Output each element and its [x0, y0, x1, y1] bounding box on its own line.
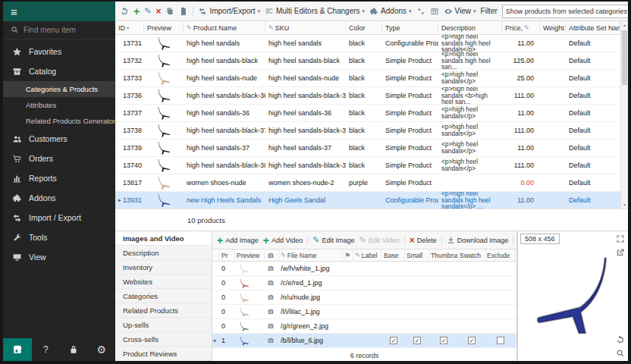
product-row[interactable]: 13732high heel sandals-blackhigh heel sa… [115, 52, 620, 70]
menu-search-input[interactable] [24, 26, 102, 34]
column-header-image-preview[interactable]: Preview [235, 249, 265, 261]
tab-websites[interactable]: Websites [115, 275, 212, 289]
cell-priority: 0 [220, 305, 235, 318]
sidebar-item-categories-products[interactable]: Categories & Products [3, 81, 115, 97]
scrollbar-thumb[interactable] [622, 30, 627, 85]
image-row[interactable]: 0/w/h/white_1.jpg [212, 262, 516, 276]
column-header-label[interactable]: ✎Label [353, 249, 382, 261]
tab-related-products[interactable]: Related Products [115, 303, 212, 318]
sidebar-item-orders[interactable]: Orders [3, 149, 115, 168]
image-row[interactable]: 0/c/e/red_1.jpg [212, 276, 516, 290]
duplicate-button[interactable] [179, 7, 188, 16]
copy-button[interactable] [165, 7, 174, 16]
import-export-menu[interactable]: Import/Export ▾ [198, 7, 260, 16]
column-header-sku[interactable]: ✎SKU [265, 21, 346, 34]
filter-select[interactable]: Show products from selected categories ▾ [502, 5, 628, 18]
rotate-button[interactable] [616, 335, 625, 344]
vertical-scrollbar[interactable]: ▲ ▼ [620, 21, 628, 209]
product-row[interactable]: 13738high heel sandals-black-37high heel… [115, 122, 620, 140]
column-header-swatch[interactable]: Swatch [458, 249, 485, 261]
view-menu[interactable]: View ▾ [444, 7, 476, 16]
product-row[interactable]: 13739high heel sandals-37high heel sanda… [115, 140, 620, 157]
tab-product-reviews[interactable]: Product Reviews [115, 347, 212, 361]
column-header-thumbnail[interactable]: Thumbna [429, 249, 458, 261]
sidebar-item-attributes[interactable]: Attributes [3, 97, 115, 113]
add-image-button[interactable]: +Add Image [217, 235, 259, 246]
image-row[interactable]: 0/l/i/lilac_1.jpg [212, 305, 516, 319]
product-row[interactable]: 13740high heel sandals-black-38high heel… [115, 157, 620, 174]
tab-cross-sells[interactable]: Cross-sells [115, 332, 212, 347]
fullscreen-button[interactable] [616, 234, 625, 243]
column-header-attribute-set[interactable]: Attribute Set Name [566, 21, 620, 34]
column-header-color[interactable]: Color [346, 21, 382, 34]
sort-rows-button[interactable] [416, 7, 425, 16]
column-header-description[interactable]: Description [438, 21, 502, 34]
product-preview-image [144, 140, 184, 156]
column-header-priority[interactable]: Pr [220, 249, 235, 261]
tab-categories[interactable]: Categories [115, 289, 212, 303]
product-row[interactable]: 13733high heel sandals-nudehigh heel san… [115, 70, 620, 87]
cell-priority: 1 [220, 334, 235, 347]
sidebar-item-import-export[interactable]: Import / Export [3, 208, 115, 228]
column-header-id[interactable]: ID▾ [115, 21, 144, 34]
column-header-price[interactable]: Price,✎ [502, 21, 540, 34]
sidebar-item-customers[interactable]: Customers [3, 129, 115, 149]
column-header-small[interactable]: Small [405, 249, 429, 261]
cell-color: black [346, 87, 382, 104]
hamburger-menu-button[interactable]: ≡ [3, 2, 115, 21]
scroll-up-icon[interactable]: ▲ [621, 23, 628, 27]
edit-image-button[interactable]: ✎Edit Image [312, 236, 354, 244]
sidebar-item-favorites[interactable]: Favorites [3, 42, 115, 61]
delete-image-button[interactable]: ×Delete [410, 236, 437, 245]
column-header-exclude[interactable]: Exclude [485, 249, 516, 261]
checkbox[interactable]: ✓ [413, 337, 421, 344]
tab-up-sells[interactable]: Up-sells [115, 318, 212, 332]
scroll-down-icon[interactable]: ▼ [621, 202, 628, 207]
column-header-type[interactable]: Type [382, 21, 438, 34]
help-button[interactable]: ? [32, 338, 60, 361]
product-row[interactable]: 13737high heel sandals-36high heel sanda… [115, 105, 620, 122]
addons-menu[interactable]: Addons ▾ [369, 7, 411, 16]
checkbox[interactable]: ✓ [440, 337, 447, 344]
tab-description[interactable]: Description [115, 246, 212, 260]
refresh-button[interactable] [120, 7, 129, 16]
checkbox[interactable]: ✓ [390, 337, 397, 344]
product-row[interactable]: 13736high heel sandals-black-36high heel… [115, 87, 620, 105]
sidebar-item-tools[interactable]: Tools [3, 228, 115, 247]
edit-product-button[interactable]: ✎ [144, 7, 151, 15]
sidebar-item-related-products-generator[interactable]: Related Products Generator [3, 113, 115, 129]
open-external-button[interactable] [616, 248, 625, 257]
image-row[interactable]: 0/g/r/green_2.jpg [212, 319, 516, 334]
sidebar-item-reports[interactable]: Reports [3, 168, 115, 188]
sidebar-item-view[interactable]: View [3, 247, 115, 267]
product-row[interactable]: 13817women shoes-nudewomen shoes-nude-2p… [115, 174, 620, 192]
sidebar-item-addons[interactable]: Addons [3, 188, 115, 208]
columns-button[interactable] [430, 7, 439, 16]
product-row[interactable]: 13731high heel sandalshigh heel sandalsb… [115, 35, 620, 52]
sidebar-item-catalog[interactable]: Catalog [3, 61, 115, 81]
row-marker-icon [212, 305, 220, 318]
lock-button[interactable] [60, 338, 88, 361]
image-row[interactable]: ▸1/b/l/blue_6.jpg✓✓✓✓ [212, 334, 516, 348]
multi-editors-menu[interactable]: Multi Editors & Changers ▾ [265, 7, 365, 16]
zoom-button[interactable] [616, 349, 625, 358]
column-header-preview[interactable]: Preview [144, 21, 184, 34]
delete-product-button[interactable]: × [155, 7, 161, 16]
image-row[interactable]: 0/n/u/nude.jpg [212, 290, 516, 305]
add-video-button[interactable]: +Add Video [263, 235, 303, 246]
download-image-button[interactable]: Download Image [447, 236, 509, 244]
column-header-file-name[interactable]: ✎File Name [279, 249, 343, 261]
column-header-product-name[interactable]: ✎Product Name [184, 21, 265, 34]
checkbox[interactable] [497, 337, 504, 344]
pencil-icon: ✎ [268, 24, 274, 31]
add-product-button[interactable]: + [133, 6, 140, 17]
column-header-base[interactable]: Base [382, 249, 405, 261]
product-row[interactable]: ▸13931new High Heels SandalsHigh Geels S… [115, 192, 620, 209]
tab-images-and-video[interactable]: Images and Video [115, 231, 212, 246]
settings-button[interactable]: ⚙ [87, 338, 115, 361]
detail-section: Images and VideoDescriptionInventoryWebs… [115, 231, 628, 361]
store-button[interactable] [3, 338, 32, 361]
tab-inventory[interactable]: Inventory [115, 260, 212, 275]
checkbox[interactable]: ✓ [468, 337, 476, 344]
column-header-weight[interactable]: Weight [540, 21, 566, 34]
